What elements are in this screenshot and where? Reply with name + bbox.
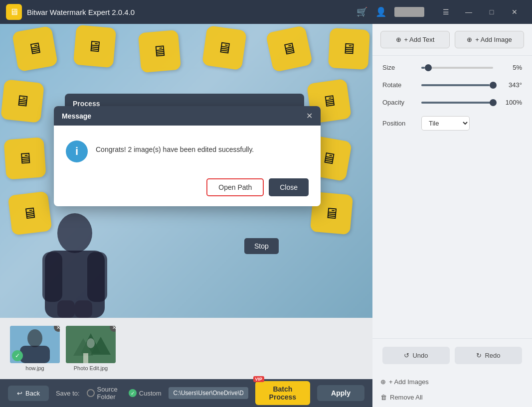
logo-icon: 🖥 (9, 7, 18, 17)
source-folder-option[interactable]: Source Folder (87, 386, 122, 401)
cart-icon[interactable]: 🛒 (356, 6, 367, 17)
canvas-area: 🖥 🖥 🖥 🖥 🖥 🖥 🖥 🖥 🖥 🖥 🖥 🖥 (0, 24, 372, 318)
bottom-bar: ↩ Back Save to: Source Folder ✓ Custom V… (0, 379, 372, 407)
size-slider-thumb[interactable] (425, 64, 432, 71)
redo-icon: ↻ (476, 352, 482, 359)
plus-icon: ⊕ (396, 36, 401, 43)
opacity-value: 100% (498, 99, 522, 106)
size-control: Size 5% (382, 64, 522, 71)
stop-button-area: Stop (244, 238, 279, 254)
remove-all-button[interactable]: 🗑 Remove All (380, 392, 524, 403)
add-text-button[interactable]: ⊕ + Add Text (380, 31, 450, 48)
svg-rect-3 (87, 252, 107, 302)
back-icon: ↩ (17, 390, 22, 397)
custom-option[interactable]: ✓ Custom (129, 389, 162, 397)
redo-label: Redo (485, 352, 500, 359)
plus-icon: ⊕ (467, 36, 472, 43)
svg-rect-4 (57, 300, 75, 318)
back-label: Back (25, 390, 40, 397)
undo-redo-area: ↺ Undo ↻ Redo (372, 338, 532, 372)
message-text: Congrats! 2 image(s) have been edited su… (96, 140, 254, 155)
opacity-slider[interactable] (421, 102, 493, 104)
add-text-label: + Add Text (404, 36, 435, 43)
rotate-value: 343° (498, 81, 522, 89)
close-dialog-button[interactable]: Close (269, 178, 309, 196)
add-images-button[interactable]: ⊕ + Add Images (380, 376, 524, 388)
message-dialog: Message ✕ i Congrats! 2 image(s) have be… (54, 106, 321, 206)
sticker: 🖥 (328, 28, 370, 70)
content-area: 🖥 🖥 🖥 🖥 🖥 🖥 🖥 🖥 🖥 🖥 🖥 🖥 (0, 24, 372, 407)
size-value: 5% (498, 64, 522, 71)
thumbnails-area: ✕ ✓ how.jpg ✕ (0, 318, 372, 379)
sticker: 🖥 (0, 79, 44, 123)
svg-rect-5 (75, 300, 92, 318)
thumbnail-item: ✕ ✓ how.jpg (10, 326, 60, 371)
menu-button[interactable]: ☰ (434, 4, 457, 20)
position-control: Position Tile Center Top Left Top Right (382, 116, 522, 131)
open-path-button[interactable]: Open Path (206, 178, 264, 196)
custom-label: Custom (139, 390, 162, 397)
batch-process-button[interactable]: VIP Batch Process (255, 381, 311, 405)
rotate-label: Rotate (382, 81, 416, 89)
check-icon: ✓ (131, 391, 135, 396)
thumbnail-item: ✕ Photo Edit.jpg (66, 326, 116, 371)
opacity-slider-thumb[interactable] (490, 99, 497, 106)
message-dialog-title: Message (62, 112, 91, 120)
sticker: 🖥 (202, 25, 247, 70)
add-images-label: + Add Images (389, 378, 429, 386)
maximize-button[interactable]: □ (480, 4, 503, 20)
undo-button[interactable]: ↺ Undo (382, 347, 450, 364)
sticker: 🖥 (3, 137, 46, 179)
right-panel-controls: Size 5% Rotate 343° (372, 56, 532, 338)
svg-point-13 (87, 338, 95, 348)
position-select[interactable]: Tile Center Top Left Top Right (421, 116, 470, 131)
sticker: 🖥 (73, 25, 117, 68)
account-bar (394, 7, 424, 17)
info-icon: i (66, 140, 88, 162)
user-icon[interactable]: 👤 (375, 6, 386, 17)
path-input[interactable] (169, 387, 248, 399)
right-panel-top: ⊕ + Add Text ⊕ + Add Image (372, 24, 532, 56)
minimize-button[interactable]: — (457, 4, 480, 20)
undo-icon: ↺ (404, 352, 409, 359)
custom-radio[interactable]: ✓ (129, 389, 137, 397)
sticker: 🖥 (12, 26, 58, 72)
app-title: Bitwar Watermark Expert 2.0.4.0 (27, 8, 352, 16)
thumbnail-image-1: ✕ ✓ (10, 326, 60, 363)
stop-button[interactable]: Stop (244, 238, 279, 254)
rotate-control: Rotate 343° (382, 81, 522, 89)
message-dialog-header: Message ✕ (54, 106, 321, 126)
opacity-control: Opacity 100% (382, 99, 522, 106)
message-dialog-close-button[interactable]: ✕ (306, 111, 313, 121)
window-controls: ☰ — □ ✕ (434, 4, 526, 20)
save-to-label: Save to: (56, 390, 80, 397)
sticker: 🖥 (266, 25, 313, 73)
remove-all-label: Remove All (390, 394, 423, 401)
svg-rect-2 (42, 252, 62, 302)
sticker: 🖥 (138, 30, 181, 73)
thumbnail-image-2: ✕ (66, 326, 116, 363)
rotate-slider-thumb[interactable] (490, 82, 497, 89)
thumbnail-1-check: ✓ (12, 350, 23, 361)
back-button[interactable]: ↩ Back (8, 386, 49, 401)
right-panel: ⊕ + Add Text ⊕ + Add Image Size 5% (372, 24, 532, 407)
add-image-button[interactable]: ⊕ + Add Image (455, 31, 524, 48)
main-layout: 🖥 🖥 🖥 🖥 🖥 🖥 🖥 🖥 🖥 🖥 🖥 🖥 (0, 24, 532, 407)
apply-button[interactable]: Apply (317, 385, 364, 401)
close-button[interactable]: ✕ (503, 4, 526, 20)
batch-process-label: Batch Process (266, 385, 300, 401)
position-label: Position (382, 120, 416, 127)
opacity-label: Opacity (382, 99, 416, 106)
source-folder-radio[interactable] (87, 389, 95, 397)
vip-badge: VIP (253, 376, 265, 382)
svg-point-0 (57, 213, 92, 253)
titlebar: 🖥 Bitwar Watermark Expert 2.0.4.0 🛒 👤 ☰ … (0, 0, 532, 24)
rotate-slider[interactable] (421, 84, 493, 86)
thumbnail-2-label: Photo Edit.jpg (74, 365, 108, 371)
trash-icon: 🗑 (380, 394, 387, 401)
person-silhouette (30, 208, 120, 318)
message-dialog-body: i Congrats! 2 image(s) have been edited … (54, 126, 321, 172)
redo-button[interactable]: ↻ Redo (455, 347, 522, 364)
size-slider[interactable] (421, 67, 493, 69)
add-images-icon: ⊕ (380, 378, 386, 386)
